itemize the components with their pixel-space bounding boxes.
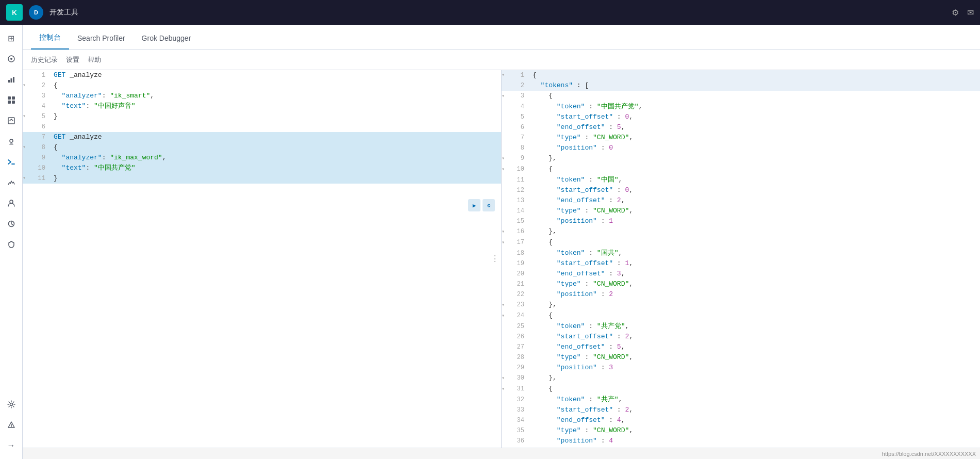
r-line-33: 33 "start_offset" : 2, [502,405,980,415]
svg-point-16 [11,427,11,427]
sidebar-item-management[interactable] [2,395,21,414]
code-line-5: ▾ 5 } [23,111,501,122]
r-line-12: 12 "start_offset" : 0, [502,185,980,195]
sidebar: ⊞ [0,25,23,459]
code-line-9: 9 "analyzer": "ik_max_word", [23,153,501,163]
sidebar-item-collapse[interactable]: → [2,436,21,455]
svg-rect-6 [12,96,15,100]
tab-grok-debugger[interactable]: Grok Debugger [134,28,200,50]
svg-rect-2 [8,80,10,83]
history-button[interactable]: 历史记录 [31,53,58,67]
app-title: 开发工具 [49,8,945,17]
fold-6[interactable] [23,122,29,132]
r-fold-1[interactable]: ▾ [502,70,508,80]
sidebar-item-dashboard[interactable] [2,91,21,109]
fold-9[interactable] [23,153,29,163]
code-line-10: 10 "text": "中国共产党" [23,163,501,173]
r-line-14: 14 "type" : "CN_WORD", [502,206,980,216]
sidebar-item-uptime[interactable] [2,215,21,233]
status-bar: https://blog.csdn.net/XXXXXXXXXXX [23,448,980,459]
r-line-18: 18 "token" : "国共", [502,248,980,258]
code-line-2: ▾ 2 { [23,80,501,91]
r-line-4: 4 "token" : "中国共产党", [502,102,980,112]
tab-console[interactable]: 控制台 [31,27,69,50]
svg-rect-5 [8,96,11,100]
fold-5[interactable]: ▾ [23,111,29,122]
toolbar: 历史记录 设置 帮助 [23,50,980,70]
r-line-29: 29 "position" : 3 [502,363,980,373]
fold-8[interactable]: ▾ [23,142,29,153]
svg-point-12 [10,200,13,203]
r-line-5: 5 "start_offset" : 0, [502,112,980,122]
svg-point-10 [10,139,13,142]
content-area: 控制台 Search Profiler Grok Debugger 历史记录 设… [23,25,980,459]
r-line-1: ▾ 1 { [502,70,980,80]
fold-2[interactable]: ▾ [23,80,29,91]
r-line-3: ▾ 3 { [502,91,980,102]
r-line-11: 11 "token" : "中国", [502,175,980,185]
svg-point-1 [10,58,12,60]
tab-search-profiler[interactable]: Search Profiler [69,28,134,50]
fold-3[interactable] [23,91,29,101]
code-line-1: 1 GET _analyze [23,70,501,80]
code-line-4: 4 "text": "中国好声音" [23,101,501,111]
sidebar-item-home[interactable]: ⊞ [2,29,21,47]
r-line-27: 27 "end_offset" : 5, [502,342,980,352]
editor-area: 1 GET _analyze ▾ 2 { 3 "analyzer": "ik_s… [23,70,980,448]
r-line-15: 15 "position" : 1 [502,216,980,226]
svg-rect-8 [12,101,15,104]
sidebar-item-devtools[interactable] [2,153,21,171]
sidebar-item-maps[interactable] [2,132,21,151]
top-bar: K D 开发工具 ⚙ ✉ [0,0,980,25]
r-line-10: ▾ 10 { [502,164,980,175]
r-line-6: 6 "end_offset" : 5, [502,122,980,133]
sidebar-item-monitoring[interactable] [2,173,21,192]
code-line-7: 7 GET _analyze [23,132,501,142]
r-line-35: 35 "type" : "CN_WORD", [502,425,980,436]
status-url: https://blog.csdn.net/XXXXXXXXXXX [882,451,976,457]
top-bar-actions: ⚙ ✉ [952,8,974,18]
fold-7[interactable] [23,132,29,142]
code-line-6: 6 [23,122,501,132]
sidebar-item-users[interactable] [2,194,21,212]
fold-4[interactable] [23,101,29,111]
help-button[interactable]: 帮助 [88,53,101,67]
sidebar-item-canvas[interactable] [2,111,21,130]
sidebar-item-siem[interactable] [2,235,21,254]
r-line-9: ▾ 9 }, [502,153,980,164]
r-line-34: 34 "end_offset" : 4, [502,415,980,425]
sidebar-item-visualize[interactable] [2,70,21,89]
r-line-32: 32 "token" : "共产", [502,395,980,405]
r-line-24: ▾ 24 { [502,310,980,321]
settings-icon[interactable]: ⚙ [952,8,959,18]
run-button[interactable]: ▶ [468,199,480,211]
svg-rect-4 [13,77,14,83]
code-line-3: 3 "analyzer": "ik_smart", [23,91,501,101]
code-line-11: ▾ 11 } [23,173,501,184]
r-line-31: ▾ 31 { [502,384,980,395]
right-editor[interactable]: ▾ 1 { 2 "tokens" : [ ▾ 3 { [502,70,980,448]
sidebar-item-alerts[interactable] [2,416,21,434]
svg-rect-7 [8,101,11,104]
fold-1[interactable] [23,70,29,80]
r-line-28: 28 "type" : "CN_WORD", [502,352,980,363]
r-line-25: 25 "token" : "共产党", [502,321,980,332]
r-line-16: ▾ 16 }, [502,226,980,237]
sidebar-item-discover[interactable] [2,50,21,68]
code-line-8: ▾ 8 { [23,142,501,153]
right-code-lines: ▾ 1 { 2 "tokens" : [ ▾ 3 { [502,70,980,446]
r-line-23: ▾ 23 }, [502,300,980,310]
resize-handle[interactable]: ⋮ [489,252,501,266]
mail-icon[interactable]: ✉ [967,8,974,18]
r-line-36: 36 "position" : 4 [502,436,980,446]
copy-button[interactable]: ⚙ [483,199,495,211]
svg-rect-9 [8,118,14,124]
fold-10[interactable] [23,163,29,173]
r-line-7: 7 "type" : "CN_WORD", [502,133,980,143]
r-line-19: 19 "start_offset" : 1, [502,258,980,269]
settings-button[interactable]: 设置 [66,53,79,67]
user-avatar[interactable]: D [29,5,43,20]
fold-11[interactable]: ▾ [23,173,29,184]
kibana-logo[interactable]: K [6,4,23,21]
left-editor[interactable]: 1 GET _analyze ▾ 2 { 3 "analyzer": "ik_s… [23,70,502,448]
